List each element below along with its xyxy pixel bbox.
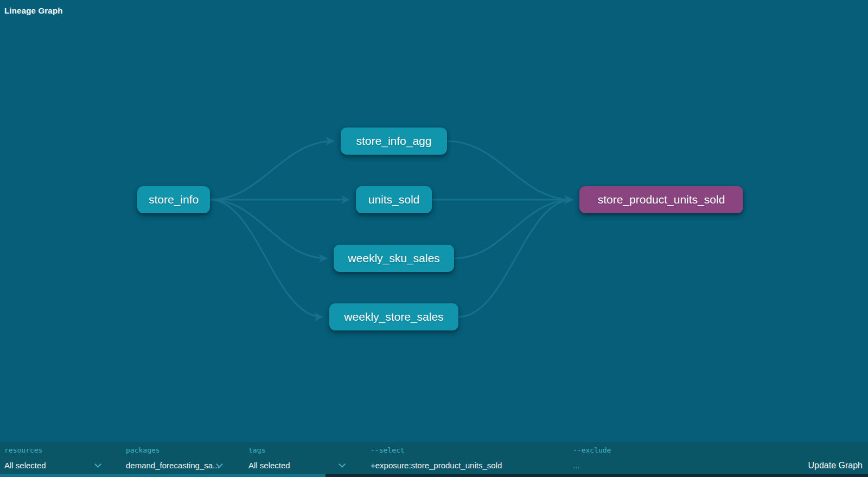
resources-dropdown-value: All selected [4, 460, 46, 471]
node-label: store_info [149, 193, 199, 206]
chevron-down-icon [339, 461, 346, 468]
filter-label-select: --select [371, 446, 405, 454]
select-input-value: +exposure:store_product_units_sold [371, 460, 502, 471]
tags-dropdown[interactable]: All selected [248, 460, 346, 471]
filter-label-exclude: --exclude [573, 446, 611, 454]
lineage-graph-canvas[interactable]: store_infostore_info_aggunits_soldweekly… [0, 0, 868, 477]
node-label: weekly_sku_sales [348, 252, 439, 265]
edge-store_info-to-weekly_sku_sales [210, 200, 327, 258]
edge-weekly_store_sales-to-store_product_units_sold [458, 200, 572, 317]
filter-label-tags: tags [248, 446, 265, 454]
select-input[interactable]: +exposure:store_product_units_sold [371, 460, 566, 471]
node-label: store_info_agg [356, 135, 432, 148]
filter-label-resources: resources [4, 446, 42, 454]
chevron-down-icon [94, 461, 101, 468]
node-store_info[interactable]: store_info [137, 186, 210, 213]
edge-weekly_sku_sales-to-store_product_units_sold [454, 200, 572, 258]
resources-dropdown[interactable]: All selected [4, 460, 102, 471]
exclude-input-value: ... [573, 460, 580, 471]
node-weekly_sku_sales[interactable]: weekly_sku_sales [334, 245, 454, 272]
filter-toolbar: resources All selected packages demand_f… [0, 442, 868, 474]
node-label: units_sold [368, 193, 420, 206]
node-units_sold[interactable]: units_sold [356, 186, 432, 213]
node-store_info_agg[interactable]: store_info_agg [341, 128, 447, 155]
packages-dropdown-value: demand_forecasting_sa... [126, 460, 220, 471]
edge-store_info_agg-to-store_product_units_sold [447, 141, 572, 200]
lineage-edges [0, 0, 868, 477]
page-title: Lineage Graph [4, 6, 63, 15]
node-label: store_product_units_sold [598, 193, 725, 206]
scrollbar-thumb[interactable] [0, 474, 326, 477]
update-graph-button[interactable]: Update Graph [808, 460, 863, 471]
node-store_product_units_sold[interactable]: store_product_units_sold [579, 186, 743, 213]
edge-store_info-to-store_info_agg [210, 141, 334, 200]
tags-dropdown-value: All selected [248, 460, 290, 471]
node-weekly_store_sales[interactable]: weekly_store_sales [329, 303, 458, 330]
packages-dropdown[interactable]: demand_forecasting_sa... [126, 460, 224, 471]
edge-store_info-to-weekly_store_sales [210, 200, 322, 317]
exclude-input[interactable]: ... [573, 460, 768, 471]
filter-label-packages: packages [126, 446, 160, 454]
node-label: weekly_store_sales [344, 310, 443, 323]
horizontal-scrollbar[interactable] [0, 474, 868, 477]
